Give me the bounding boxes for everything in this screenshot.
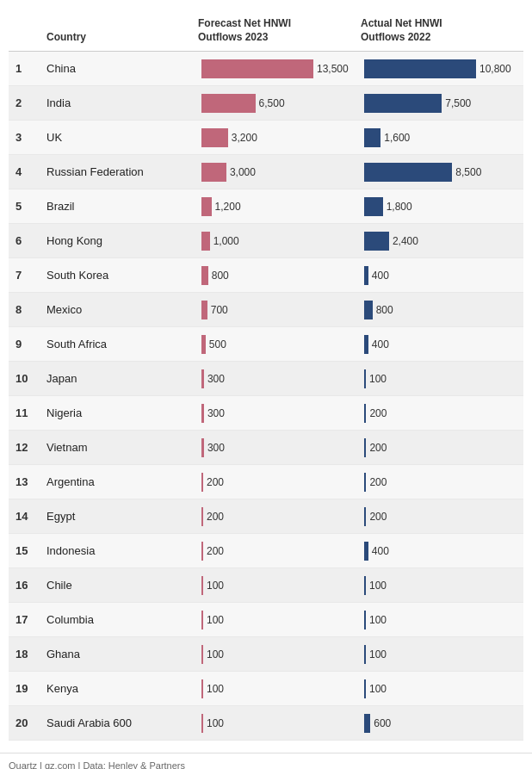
rank-cell: 15: [9, 544, 43, 557]
forecast-bar: [201, 197, 212, 216]
actual-bar: [364, 473, 366, 492]
rank-cell: 5: [9, 200, 43, 213]
actual-bar: [364, 59, 476, 78]
rank-cell: 17: [9, 613, 43, 626]
forecast-label: 3,000: [230, 166, 256, 178]
rank-cell: 12: [9, 441, 43, 454]
forecast-label: 100: [207, 683, 224, 695]
rank-cell: 13: [9, 475, 43, 488]
country-cell: South Korea: [43, 269, 198, 282]
actual-bar-cell: 600: [361, 712, 523, 735]
table-row: 13 Argentina 200 200: [9, 465, 523, 499]
table-row: 16 Chile 100 100: [9, 568, 523, 603]
actual-label: 100: [369, 683, 387, 695]
actual-label: 100: [369, 648, 387, 660]
country-cell: Egypt: [43, 510, 198, 523]
actual-bar: [364, 232, 389, 251]
forecast-label: 200: [207, 476, 224, 488]
footer: Quartz | qz.com | Data: Henley & Partner…: [0, 753, 532, 769]
forecast-bar-cell: 200: [198, 471, 361, 493]
forecast-label: 3,200: [232, 132, 257, 144]
actual-bar-cell: 200: [361, 402, 523, 425]
forecast-bar-cell: 6,500: [198, 92, 361, 115]
table-row: 14 Egypt 200 200: [9, 499, 523, 534]
actual-bar-cell: 100: [361, 368, 523, 390]
table-row: 7 South Korea 800 400: [9, 258, 523, 293]
table-row: 1 China 13,500 10,800: [9, 52, 523, 86]
actual-bar: [364, 94, 442, 113]
actual-bar-cell: 7,500: [361, 92, 523, 115]
table-row: 2 India 6,500 7,500: [9, 86, 523, 121]
forecast-bar: [201, 542, 203, 561]
rank-cell: 4: [9, 165, 43, 178]
actual-label: 400: [372, 545, 389, 557]
actual-label: 200: [369, 476, 387, 488]
rank-cell: 9: [9, 338, 43, 350]
forecast-label: 700: [211, 304, 228, 316]
actual-bar-cell: 1,800: [361, 195, 523, 218]
forecast-bar-cell: 300: [198, 437, 361, 459]
actual-label: 8,500: [455, 166, 481, 178]
forecast-bar: [201, 611, 203, 629]
forecast-bar-cell: 500: [198, 333, 361, 356]
actual-bar-cell: 400: [361, 264, 523, 287]
actual-bar: [364, 679, 366, 698]
actual-bar: [364, 163, 452, 182]
actual-bar-cell: 800: [361, 299, 523, 321]
forecast-bar-cell: 200: [198, 540, 361, 562]
actual-label: 100: [369, 614, 387, 626]
rank-cell: 18: [9, 648, 43, 660]
rank-cell: 10: [9, 372, 43, 385]
actual-label: 400: [372, 338, 389, 350]
country-cell: Vietnam: [43, 441, 198, 454]
rank-cell: 20: [9, 716, 43, 729]
forecast-bar-cell: 100: [198, 712, 361, 735]
actual-bar: [364, 542, 368, 561]
actual-bar: [364, 611, 366, 629]
actual-bar-cell: 100: [361, 678, 523, 700]
table-row: 11 Nigeria 300 200: [9, 396, 523, 431]
rank-cell: 2: [9, 96, 43, 109]
actual-bar-cell: 10,800: [361, 58, 523, 80]
forecast-bar: [201, 128, 228, 147]
forecast-label: 300: [207, 442, 225, 454]
forecast-bar: [201, 232, 210, 251]
forecast-bar-cell: 300: [198, 368, 361, 390]
country-cell: Brazil: [43, 200, 198, 213]
forecast-bar-cell: 3,200: [198, 127, 361, 149]
forecast-header: Forecast Net HNWI Outflows 2023: [198, 17, 361, 44]
actual-label: 1,600: [384, 132, 410, 144]
actual-bar: [364, 576, 366, 595]
forecast-bar: [201, 369, 204, 388]
country-cell: UK: [43, 131, 198, 144]
table-row: 6 Hong Kong 1,000 2,400: [9, 224, 523, 258]
table-row: 20 Saudi Arabia 600 100 600: [9, 706, 523, 741]
actual-bar-cell: 200: [361, 505, 523, 528]
table-container: Country Forecast Net HNWI Outflows 2023 …: [0, 0, 532, 749]
country-cell: Kenya: [43, 682, 198, 695]
actual-bar-cell: 100: [361, 643, 523, 666]
actual-bar-cell: 200: [361, 471, 523, 493]
actual-bar-cell: 100: [361, 574, 523, 597]
actual-bar: [364, 714, 370, 733]
forecast-bar-cell: 13,500: [198, 58, 361, 80]
forecast-label: 100: [207, 580, 224, 592]
table-row: 10 Japan 300 100: [9, 362, 523, 396]
country-cell: Columbia: [43, 613, 198, 626]
actual-bar: [364, 335, 368, 354]
actual-bar: [364, 404, 366, 423]
forecast-bar-cell: 1,000: [198, 230, 361, 252]
table-row: 18 Ghana 100 100: [9, 637, 523, 672]
actual-label: 7,500: [445, 97, 471, 109]
forecast-bar-cell: 1,200: [198, 195, 361, 218]
actual-bar-cell: 2,400: [361, 230, 523, 252]
forecast-bar: [201, 507, 203, 526]
table-row: 17 Columbia 100 100: [9, 603, 523, 637]
forecast-bar: [201, 266, 208, 285]
forecast-label: 200: [207, 545, 224, 557]
forecast-bar-cell: 100: [198, 609, 361, 631]
forecast-label: 1,200: [215, 201, 241, 213]
actual-bar: [364, 645, 366, 664]
actual-bar: [364, 266, 368, 285]
actual-bar-cell: 8,500: [361, 161, 523, 183]
